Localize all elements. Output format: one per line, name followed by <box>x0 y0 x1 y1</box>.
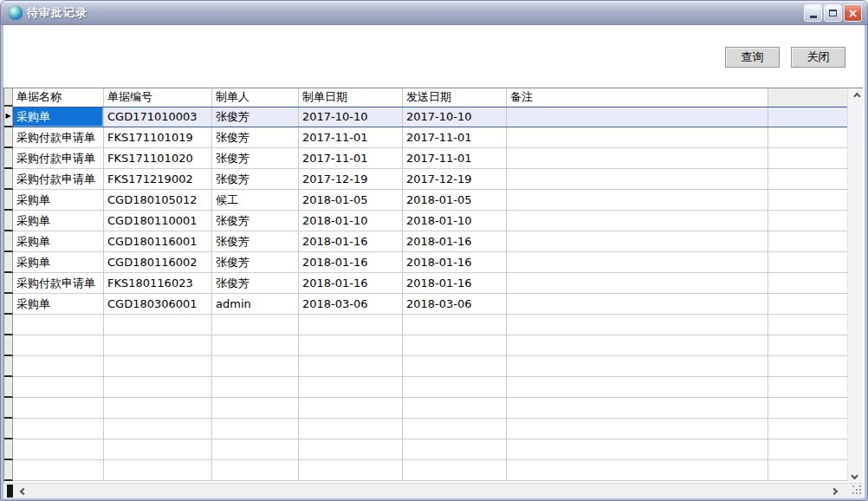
cell-create_date[interactable]: 2017-12-19 <box>299 169 403 190</box>
cell-send_date[interactable]: 2017-11-01 <box>403 127 507 148</box>
cell-remark[interactable] <box>507 231 768 252</box>
table-row[interactable]: 采购单CGD180306001admin2018-03-062018-03-06 <box>4 294 848 315</box>
cell-creator[interactable]: 张俊芳 <box>212 127 299 148</box>
cell-create_date[interactable]: 2017-11-01 <box>299 127 403 148</box>
cell-creator[interactable]: 张俊芳 <box>212 148 299 169</box>
column-header[interactable]: 单据名称 <box>13 88 104 107</box>
cell-creator[interactable]: 候工 <box>212 190 299 211</box>
table-row[interactable]: 采购单CGD180110001张俊芳2018-01-102018-01-10 <box>4 211 848 231</box>
cell-name[interactable]: 采购单 <box>13 190 104 211</box>
cell-send_date[interactable]: 2018-01-05 <box>403 190 507 211</box>
cell-creator[interactable]: 张俊芳 <box>212 107 299 127</box>
horizontal-scrollbar[interactable] <box>3 483 863 498</box>
cell-remark[interactable] <box>507 294 768 315</box>
cell-code[interactable]: FKS171219002 <box>104 169 212 190</box>
cell-filler <box>768 252 848 273</box>
cell-name[interactable]: 采购单 <box>13 231 104 252</box>
cell-code[interactable]: CGD180110001 <box>104 211 212 231</box>
cell-create_date[interactable]: 2018-01-10 <box>299 211 403 231</box>
cell-name[interactable]: 采购付款申请单 <box>13 273 104 294</box>
scroll-down-button[interactable] <box>848 468 863 482</box>
cell-create_date[interactable]: 2017-11-01 <box>299 148 403 169</box>
maximize-button[interactable] <box>824 4 842 22</box>
minimize-button[interactable] <box>804 4 822 22</box>
vertical-scrollbar[interactable] <box>847 88 863 482</box>
cell-send_date[interactable]: 2018-01-16 <box>403 231 507 252</box>
cell-remark[interactable] <box>507 211 768 231</box>
titlebar[interactable]: 待审批记录 × <box>1 1 867 25</box>
close-button[interactable]: × <box>844 4 862 22</box>
table-row[interactable]: 采购付款申请单FKS171101020张俊芳2017-11-012017-11-… <box>4 148 848 169</box>
column-header[interactable]: 制单人 <box>212 88 299 107</box>
cell-send_date[interactable]: 2017-10-10 <box>403 107 507 127</box>
cell-send_date[interactable]: 2018-01-16 <box>403 252 507 273</box>
cell-remark[interactable] <box>507 107 768 127</box>
column-header[interactable]: 发送日期 <box>403 88 507 107</box>
cell-code[interactable]: FKS180116023 <box>104 273 212 294</box>
cell-remark[interactable] <box>507 127 768 148</box>
cell-code[interactable]: FKS171101020 <box>104 148 212 169</box>
hscroll-thumb[interactable] <box>7 485 13 498</box>
resize-grip[interactable] <box>852 485 864 497</box>
cell-code <box>104 315 212 335</box>
cell-send_date <box>403 460 507 481</box>
cell-code[interactable]: CGD171010003 <box>104 107 212 127</box>
cell-filler <box>768 419 848 439</box>
column-header[interactable]: 备注 <box>507 88 768 107</box>
column-header[interactable]: 单据编号 <box>104 88 212 107</box>
cell-name[interactable]: 采购单 <box>13 294 104 315</box>
cell-filler <box>768 211 848 231</box>
cell-creator[interactable]: 张俊芳 <box>212 169 299 190</box>
cell-code[interactable]: FKS171101019 <box>104 127 212 148</box>
cell-create_date[interactable]: 2018-03-06 <box>299 294 403 315</box>
table-row[interactable]: 采购单CGD180116001张俊芳2018-01-162018-01-16 <box>4 231 848 252</box>
cell-name[interactable]: 采购付款申请单 <box>13 127 104 148</box>
cell-name[interactable]: 采购付款申请单 <box>13 148 104 169</box>
cell-name[interactable]: 采购单 <box>13 211 104 231</box>
cell-create_date[interactable]: 2018-01-16 <box>299 252 403 273</box>
scroll-up-button[interactable] <box>848 88 863 103</box>
cell-code[interactable]: CGD180116002 <box>104 252 212 273</box>
cell-creator[interactable]: 张俊芳 <box>212 252 299 273</box>
cell-send_date[interactable]: 2017-12-19 <box>403 169 507 190</box>
table-row[interactable]: 采购单CGD180105012候工2018-01-052018-01-05 <box>4 190 848 211</box>
table-row[interactable]: ▶采购单CGD171010003张俊芳2017-10-102017-10-10 <box>4 107 848 127</box>
table-row[interactable]: 采购付款申请单FKS180116023张俊芳2018-01-162018-01-… <box>4 273 848 294</box>
scroll-right-button[interactable] <box>826 484 842 499</box>
cell-create_date[interactable]: 2018-01-05 <box>299 190 403 211</box>
cell-send_date[interactable]: 2018-01-10 <box>403 211 507 231</box>
cell-name[interactable]: 采购付款申请单 <box>13 169 104 190</box>
cell-send_date[interactable]: 2017-11-01 <box>403 148 507 169</box>
close-form-button[interactable]: 关闭 <box>791 47 845 68</box>
scroll-left-button[interactable] <box>16 484 31 499</box>
cell-create_date[interactable]: 2018-01-16 <box>299 231 403 252</box>
cell-creator[interactable]: 张俊芳 <box>212 211 299 231</box>
chevron-down-icon <box>851 472 858 478</box>
row-indicator-cell <box>4 190 13 211</box>
cell-create_date[interactable]: 2018-01-16 <box>299 273 403 294</box>
cell-create_date[interactable]: 2017-10-10 <box>299 107 403 127</box>
cell-creator[interactable]: 张俊芳 <box>212 231 299 252</box>
cell-remark[interactable] <box>507 169 768 190</box>
cell-code[interactable]: CGD180105012 <box>104 190 212 211</box>
cell-send_date[interactable]: 2018-03-06 <box>403 294 507 315</box>
column-header[interactable]: 制单日期 <box>299 88 403 107</box>
cell-remark[interactable] <box>507 252 768 273</box>
query-button[interactable]: 查询 <box>725 47 780 68</box>
cell-send_date[interactable]: 2018-01-16 <box>403 273 507 294</box>
cell-creator[interactable]: 张俊芳 <box>212 273 299 294</box>
cell-name[interactable]: 采购单 <box>13 252 104 273</box>
cell-send_date <box>403 356 507 377</box>
chevron-left-icon <box>20 488 27 495</box>
table-row[interactable]: 采购付款申请单FKS171219002张俊芳2017-12-192017-12-… <box>4 169 848 190</box>
cell-remark[interactable] <box>507 190 768 211</box>
cell-name[interactable]: 采购单 <box>13 107 104 127</box>
table-row[interactable]: 采购付款申请单FKS171101019张俊芳2017-11-012017-11-… <box>4 127 848 148</box>
cell-remark[interactable] <box>507 273 768 294</box>
cell-code[interactable]: CGD180116001 <box>104 231 212 252</box>
table-row[interactable]: 采购单CGD180116002张俊芳2018-01-162018-01-16 <box>4 252 848 273</box>
cell-creator[interactable]: admin <box>212 294 299 315</box>
cell-remark[interactable] <box>507 148 768 169</box>
app-icon[interactable] <box>9 6 23 20</box>
cell-code[interactable]: CGD180306001 <box>104 294 212 315</box>
